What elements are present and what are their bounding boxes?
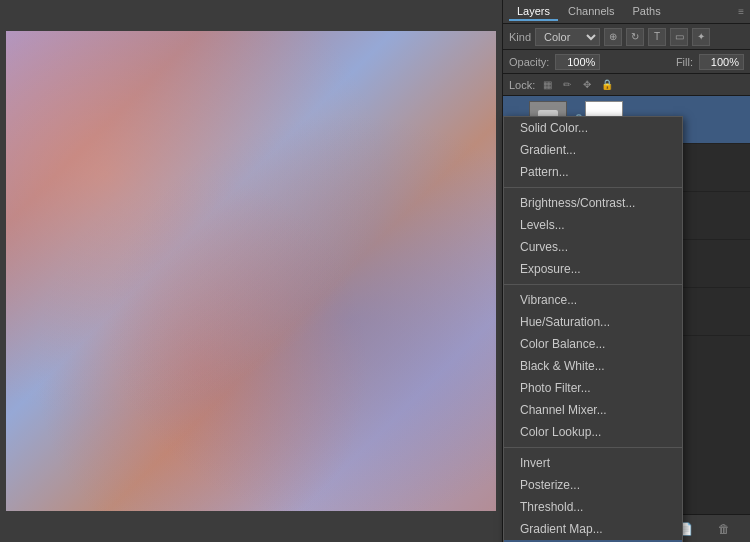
menu-item-black-white[interactable]: Black & White... [504, 355, 682, 377]
panel-header: Layers Channels Paths ≡ [503, 0, 750, 24]
menu-separator-1 [504, 187, 682, 188]
menu-separator-2 [504, 284, 682, 285]
text-icon[interactable]: T [648, 28, 666, 46]
opacity-value[interactable]: 100% [555, 54, 600, 70]
refresh-icon[interactable]: ↻ [626, 28, 644, 46]
menu-separator-3 [504, 447, 682, 448]
menu-item-levels[interactable]: Levels... [504, 214, 682, 236]
menu-item-invert[interactable]: Invert [504, 452, 682, 474]
lock-all-icon[interactable]: 🔒 [599, 77, 615, 93]
menu-item-posterize[interactable]: Posterize... [504, 474, 682, 496]
delete-layer-icon[interactable]: 🗑 [714, 519, 734, 539]
menu-item-gradient-map[interactable]: Gradient Map... [504, 518, 682, 540]
kind-toolbar: Kind Color Normal ⊕ ↻ T ▭ ✦ [503, 24, 750, 50]
smart-icon[interactable]: ✦ [692, 28, 710, 46]
fill-label: Fill: [676, 56, 693, 68]
adjustment-dropdown-menu: Solid Color... Gradient... Pattern... Br… [503, 116, 683, 542]
menu-item-solid-color[interactable]: Solid Color... [504, 117, 682, 139]
tab-paths[interactable]: Paths [625, 3, 669, 21]
tab-channels[interactable]: Channels [560, 3, 622, 21]
menu-item-color-balance[interactable]: Color Balance... [504, 333, 682, 355]
menu-item-pattern[interactable]: Pattern... [504, 161, 682, 183]
canvas-area [0, 0, 502, 542]
layers-panel: Layers Channels Paths ≡ Kind Color Norma… [502, 0, 750, 542]
menu-item-exposure[interactable]: Exposure... [504, 258, 682, 280]
menu-item-threshold[interactable]: Threshold... [504, 496, 682, 518]
opacity-label: Opacity: [509, 56, 549, 68]
canvas-image [6, 31, 496, 511]
panel-menu-icon[interactable]: ≡ [738, 6, 744, 17]
menu-item-color-lookup[interactable]: Color Lookup... [504, 421, 682, 443]
lock-brush-icon[interactable]: ✏ [559, 77, 575, 93]
menu-item-photo-filter[interactable]: Photo Filter... [504, 377, 682, 399]
kind-select[interactable]: Color Normal [535, 28, 600, 46]
menu-item-curves[interactable]: Curves... [504, 236, 682, 258]
opacity-row: Opacity: 100% Fill: 100% [503, 50, 750, 74]
menu-item-channel-mixer[interactable]: Channel Mixer... [504, 399, 682, 421]
tab-layers[interactable]: Layers [509, 3, 558, 21]
lock-label: Lock: [509, 79, 535, 91]
fill-value[interactable]: 100% [699, 54, 744, 70]
menu-item-hue-saturation[interactable]: Hue/Saturation... [504, 311, 682, 333]
lock-checkerboard-icon[interactable]: ▦ [539, 77, 555, 93]
menu-item-vibrance[interactable]: Vibrance... [504, 289, 682, 311]
shape-icon[interactable]: ▭ [670, 28, 688, 46]
menu-item-brightness-contrast[interactable]: Brightness/Contrast... [504, 192, 682, 214]
menu-item-gradient[interactable]: Gradient... [504, 139, 682, 161]
lock-move-icon[interactable]: ✥ [579, 77, 595, 93]
lock-row: Lock: ▦ ✏ ✥ 🔒 [503, 74, 750, 96]
filter-icon[interactable]: ⊕ [604, 28, 622, 46]
panel-tabs: Layers Channels Paths [509, 3, 734, 21]
kind-label: Kind [509, 31, 531, 43]
